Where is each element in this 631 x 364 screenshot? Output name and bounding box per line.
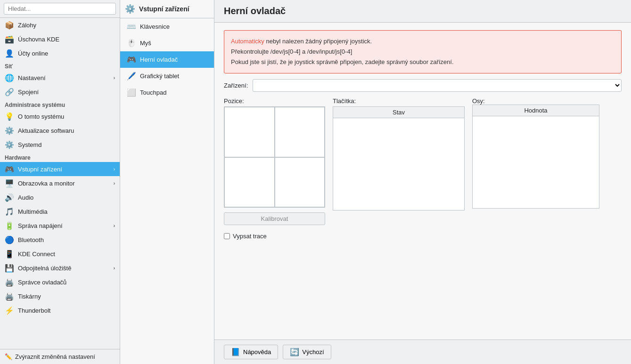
sidebar-item-label: Obrazovka a monitor xyxy=(18,180,110,187)
sidebar-item-obrazovka[interactable]: 🖥️ Obrazovka a monitor › xyxy=(0,176,120,190)
arrow-icon: › xyxy=(114,266,115,271)
pencil-icon: ✏️ xyxy=(5,353,12,360)
sidebar-item-napajeni[interactable]: 🔋 Správa napájení › xyxy=(0,218,120,233)
sidebar-item-multimedia[interactable]: 🎵 Multimédia xyxy=(0,204,120,218)
sidebar-item-nastaveni[interactable]: 🌐 Nastavení › xyxy=(0,71,120,85)
calibrate-button[interactable]: Kalibrovat xyxy=(224,212,325,225)
main-content: Herní ovladač Automaticky nebyl nalezen … xyxy=(214,0,631,364)
search-input[interactable] xyxy=(4,3,116,15)
osy-table: Hodnota xyxy=(472,105,599,209)
sidebar-item-kde-connect[interactable]: 📱 KDE Connect xyxy=(0,247,120,261)
middle-item-herni[interactable]: 🎮 Herní ovladač xyxy=(120,51,214,68)
sidebar-item-label: Aktualizace softwaru xyxy=(18,127,115,134)
arrow-icon: › xyxy=(114,75,115,81)
device-select[interactable] xyxy=(253,79,622,92)
sidebar: 📦 Zálohy 🗃️ Úschovna KDE 👤 Účty online S… xyxy=(0,0,120,364)
middle-item-mys[interactable]: 🖱️ Myš xyxy=(120,35,214,51)
sidebar-item-uschovna[interactable]: 🗃️ Úschovna KDE xyxy=(0,32,120,46)
klavesnice-icon: ⌨️ xyxy=(127,22,136,31)
sidebar-item-zalohy[interactable]: 📦 Zálohy xyxy=(0,18,120,32)
vstupni-zarizeni-icon: ⚙️ xyxy=(125,4,135,14)
audio-icon: 🔊 xyxy=(5,193,14,202)
middle-item-label: Klávesnice xyxy=(140,23,170,30)
osy-table-body xyxy=(473,116,599,208)
sidebar-item-spravce[interactable]: 🖨️ Správce ovladačů xyxy=(0,275,120,289)
sidebar-item-aktualizace[interactable]: ⚙️ Aktualizace softwaru xyxy=(0,123,120,138)
sidebar-item-label: Vstupní zařízení xyxy=(18,166,110,173)
vypsat-trace-checkbox[interactable] xyxy=(224,233,230,239)
multimedia-icon: 🎵 xyxy=(5,207,14,216)
buttons-table-body xyxy=(333,118,464,210)
osy-section: Osy: Hodnota xyxy=(472,97,599,225)
herni-icon: 🎮 xyxy=(127,55,136,64)
main-body: Automaticky nebyl nalezen žádný připojen… xyxy=(214,23,631,340)
sidebar-item-label: Thunderbolt xyxy=(18,307,115,314)
sidebar-item-label: O tomto systému xyxy=(18,113,115,120)
error-line3: Pokud jste si jistí, že je joystick sprá… xyxy=(231,57,615,67)
position-cell-br xyxy=(275,157,325,208)
nastaveni-icon: 🌐 xyxy=(5,73,14,82)
middle-panel-title: Vstupní zařízení xyxy=(139,5,189,13)
middle-item-label: Grafický tablet xyxy=(140,73,179,80)
error-line1: Automaticky nebyl nalezen žádný připojen… xyxy=(231,36,615,47)
sidebar-item-tiskarny[interactable]: 🖨️ Tiskárny xyxy=(0,289,120,303)
sidebar-item-audio[interactable]: 🔊 Audio xyxy=(0,190,120,204)
middle-item-touchpad[interactable]: ⬜ Touchpad xyxy=(120,84,214,101)
vychozi-label: Výchozí xyxy=(302,348,324,356)
sidebar-item-o-systemu[interactable]: 💡 O tomto systému xyxy=(0,109,120,123)
sidebar-item-label: Správa napájení xyxy=(18,222,110,229)
arrow-icon: › xyxy=(114,223,115,228)
sidebar-item-label: KDE Connect xyxy=(18,251,115,258)
spravce-icon: 🖨️ xyxy=(5,277,14,287)
pozice-label: Pozice: xyxy=(224,97,325,105)
sidebar-item-bluetooth[interactable]: 🔵 Bluetooth xyxy=(0,233,120,247)
sidebar-item-label: Zálohy xyxy=(18,22,115,29)
napoveda-label: Nápověda xyxy=(243,348,271,356)
section-label-sit: Síť xyxy=(0,60,120,71)
sidebar-item-label: Účty online xyxy=(18,50,115,57)
bluetooth-icon: 🔵 xyxy=(5,235,14,244)
napoveda-button[interactable]: 📘 Nápověda xyxy=(224,345,278,359)
middle-item-klavesnice[interactable]: ⌨️ Klávesnice xyxy=(120,18,214,35)
zalohy-icon: 📦 xyxy=(5,20,14,30)
middle-item-label: Myš xyxy=(140,40,151,47)
sidebar-item-label: Audio xyxy=(18,194,115,201)
uschovna-icon: 🗃️ xyxy=(5,34,14,44)
checkbox-row: Vypsat trace xyxy=(224,233,622,240)
sidebar-item-systemd[interactable]: ⚙️ Systemd xyxy=(0,138,120,152)
device-row: Zařízení: xyxy=(224,79,622,92)
device-label: Zařízení: xyxy=(224,82,248,89)
position-grid xyxy=(224,106,325,208)
panels-row: Pozice: Kalibrovat Tlačítka: Stav xyxy=(224,97,622,225)
sidebar-item-label: Úschovna KDE xyxy=(18,36,115,43)
sidebar-item-vstupni[interactable]: 🎮 Vstupní zařízení › xyxy=(0,162,120,176)
sidebar-item-thunderbolt[interactable]: ⚡ Thunderbolt xyxy=(0,303,120,317)
tlacitka-label: Tlačítka: xyxy=(333,97,465,105)
sidebar-item-label: Správce ovladačů xyxy=(18,279,115,286)
aktualizace-icon: ⚙️ xyxy=(5,126,14,135)
highlight-changes-button[interactable]: ✏️ Zvýraznit změněná nastavení xyxy=(0,349,120,364)
highlight-changes-label: Zvýraznit změněná nastavení xyxy=(15,353,95,360)
sidebar-item-odpojitelna[interactable]: 💾 Odpojitelná úložiště › xyxy=(0,261,120,275)
mys-icon: 🖱️ xyxy=(127,39,136,48)
page-title: Herní ovladač xyxy=(224,6,622,16)
error-box: Automaticky nebyl nalezen žádný připojen… xyxy=(224,30,622,73)
sidebar-item-label: Tiskárny xyxy=(18,293,115,300)
middle-item-graficky[interactable]: 🖊️ Grafický tablet xyxy=(120,68,214,84)
sidebar-item-label: Nastavení xyxy=(18,74,110,81)
middle-panel: ⚙️ Vstupní zařízení ⌨️ Klávesnice 🖱️ Myš… xyxy=(120,0,214,364)
position-cell-tr xyxy=(275,107,325,157)
sidebar-item-label: Spojení xyxy=(18,89,115,96)
stav-header: Stav xyxy=(333,107,464,118)
arrow-icon: › xyxy=(114,167,115,172)
section-label-hardware: Hardware xyxy=(0,152,120,162)
ucty-icon: 👤 xyxy=(5,49,14,58)
spojeni-icon: 🔗 xyxy=(5,87,14,97)
pozice-section: Pozice: Kalibrovat xyxy=(224,97,325,225)
sidebar-item-ucty[interactable]: 👤 Účty online xyxy=(0,46,120,60)
sidebar-item-spojeni[interactable]: 🔗 Spojení xyxy=(0,85,120,99)
obrazovka-icon: 🖥️ xyxy=(5,178,14,188)
vychozi-button[interactable]: 🔄 Výchozí xyxy=(283,345,331,359)
position-cell-bl xyxy=(224,157,275,208)
section-label-admin: Administrace systému xyxy=(0,99,120,109)
